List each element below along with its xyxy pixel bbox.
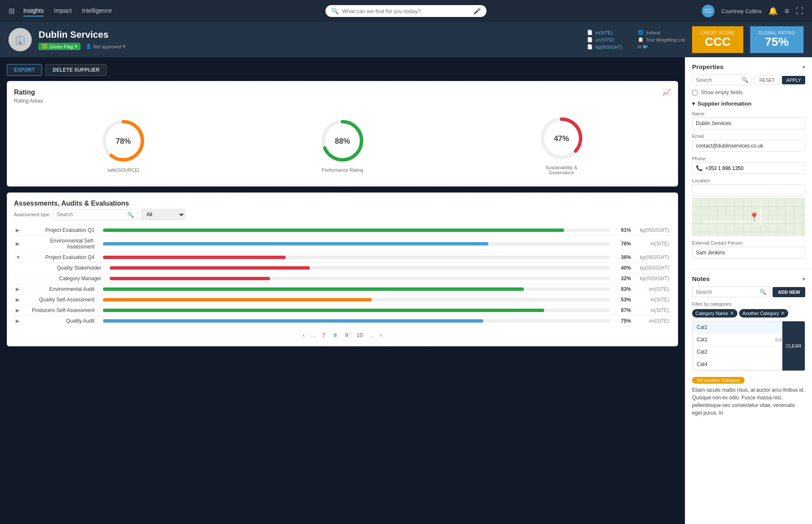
apply-button[interactable]: APPLY <box>782 76 805 84</box>
name-input[interactable] <box>692 117 805 129</box>
row-bar-container <box>103 242 610 245</box>
phone-label: Phone <box>692 156 805 161</box>
gauge-sublabel-2: Performance Rating <box>317 167 368 173</box>
phone-icon: 📞 <box>696 165 703 171</box>
approval-badge[interactable]: 👤 Not approved ▾ <box>86 44 125 49</box>
filter-tag-label: Another Category <box>742 311 779 316</box>
row-bar <box>103 309 544 312</box>
credit-score-label: CREDIT SCORE <box>701 31 735 35</box>
assessment-type-select[interactable]: All Audit Assessment Evaluation <box>141 209 185 220</box>
next-page-button[interactable]: › <box>378 331 384 339</box>
action-bar: EXPORT DELETE SUPPLIER <box>7 64 678 76</box>
row-toggle[interactable]: ▶ <box>16 318 22 324</box>
show-empty-checkbox[interactable] <box>692 90 698 95</box>
delete-supplier-button[interactable]: DELETE SUPPLIER <box>45 64 107 76</box>
green-flag-badge[interactable]: 🟩 Green Flag ▾ <box>39 43 81 50</box>
avatar: CC <box>702 5 715 17</box>
notes-collapse-button[interactable]: ▾ <box>802 276 805 282</box>
props-toolbar: 🔍 RESET APPLY <box>692 75 805 85</box>
row-source: in(SITE) <box>631 297 669 303</box>
clear-button[interactable]: CLEAR <box>782 321 805 371</box>
row-pct: 36% <box>614 254 631 260</box>
row-pct: 83% <box>614 286 631 292</box>
gauge-sublabel-3: Sustainability &Governance <box>536 165 587 175</box>
pagination: ‹ … 7 8 9 10 … › <box>14 331 671 339</box>
supplier-information-section: ▾ Supplier information Name Email Phone … <box>692 100 805 259</box>
row-toggle[interactable]: ▼ <box>16 254 22 260</box>
assessment-rows: ▶ Project Evaluation Q1 91% kp(INSIGHT) … <box>14 225 671 326</box>
row-toggle[interactable]: ▶ <box>16 297 22 303</box>
microphone-icon[interactable]: 🎤 <box>473 8 481 14</box>
row-bar <box>103 298 372 301</box>
assessment-search-row: Assessment type 🔍 All Audit Assessment E… <box>14 209 671 220</box>
rating-chart-icon[interactable]: 📈 <box>662 88 671 96</box>
remove-tag-category-name[interactable]: ✕ <box>730 310 734 316</box>
location-input[interactable] <box>692 184 805 196</box>
supplier-avatar: 🏢 <box>8 28 32 51</box>
filter-tag-category-name: Category Name ✕ <box>692 309 737 318</box>
global-search: 🔍 🎤 <box>325 5 487 17</box>
table-row: ▶ Producers Self-Assessment 87% in(SITE) <box>14 305 671 316</box>
supplier-info: Dublin Services 🟩 Green Flag ▾ 👤 Not app… <box>39 29 572 50</box>
filter-tag-another-category: Another Category ✕ <box>739 309 788 318</box>
row-name: Category Manager <box>29 276 106 282</box>
page-9-button[interactable]: 9 <box>342 331 350 339</box>
table-row: Quality Stakeholder 40% kp(INSIGHT) <box>14 263 671 273</box>
menu-icon[interactable]: ≡ <box>784 7 789 16</box>
row-toggle[interactable]: ▶ <box>16 227 22 233</box>
properties-collapse-button[interactable]: ▾ <box>802 64 805 70</box>
page-8-button[interactable]: 8 <box>331 331 339 339</box>
remove-tag-another-category[interactable]: ✕ <box>781 310 785 316</box>
assessment-search-input[interactable] <box>57 212 127 217</box>
email-input[interactable] <box>692 140 805 152</box>
row-bar-container <box>103 229 610 232</box>
row-source: on(SITE) <box>631 318 669 324</box>
phone-input[interactable] <box>705 165 801 171</box>
add-new-button[interactable]: ADD NEW <box>773 287 805 297</box>
notification-icon[interactable]: 🔔 <box>768 6 778 16</box>
page-7-button[interactable]: 7 <box>320 331 328 339</box>
page-10-button[interactable]: 10 <box>354 331 365 339</box>
supplier-header: 🏢 Dublin Services 🟩 Green Flag ▾ 👤 Not a… <box>0 22 812 57</box>
nav-link-intelligence[interactable]: Intelligence <box>82 6 112 17</box>
right-sidebar: Properties ▾ 🔍 RESET APPLY Show empty fi… <box>685 57 812 524</box>
table-row: ▶ Environmental Audit 83% on(SITE) <box>14 284 671 295</box>
external-contact-input[interactable] <box>692 247 805 259</box>
supplier-links: 📄in(SITE) 📄on(SITE) 📄kp(INSIGHT) <box>587 30 623 50</box>
export-button[interactable]: EXPORT <box>7 64 42 76</box>
row-toggle[interactable]: ▶ <box>16 286 22 292</box>
nav-link-impact[interactable]: Impact <box>54 6 72 17</box>
supplier-info-toggle[interactable]: ▾ Supplier information <box>692 100 805 107</box>
prev-page-button[interactable]: ‹ <box>300 331 307 339</box>
row-bar <box>103 287 524 291</box>
fullscreen-icon[interactable]: ⛶ <box>796 7 804 16</box>
notes-search-input[interactable] <box>696 289 759 295</box>
meta-weighting: 📋 Test Weighting List <box>638 37 685 42</box>
search-input[interactable] <box>342 8 470 14</box>
table-row: ▶ Quality Self-Assessment 53% in(SITE) <box>14 295 671 305</box>
assessment-type-label: Assessment type <box>14 212 50 217</box>
props-search-input[interactable] <box>696 77 742 83</box>
grid-icon[interactable]: ⊞ <box>8 6 15 16</box>
reset-button[interactable]: RESET <box>755 75 780 85</box>
row-name: Project Evaluation Q1 <box>22 227 99 233</box>
row-toggle[interactable]: ▶ <box>16 307 22 313</box>
properties-section-header: Properties ▾ <box>692 63 805 70</box>
row-pct: 53% <box>614 297 631 303</box>
row-name: Quality Audit <box>22 318 99 324</box>
map-road-h <box>704 221 783 222</box>
row-bar-container <box>103 319 610 323</box>
row-bar-container <box>103 298 610 301</box>
gauge-circle-3: 47% <box>538 115 585 162</box>
row-source: kp(INSIGHT) <box>631 265 669 271</box>
table-row: ▶ Quality Audit 75% on(SITE) <box>14 316 671 326</box>
row-toggle[interactable]: ▶ <box>16 241 22 247</box>
row-name: Environmental Audit <box>22 286 99 292</box>
row-source: in(SITE) <box>631 241 669 247</box>
gauge-sustainability: 47% Sustainability &Governance <box>536 115 587 175</box>
supplier-name-header: Dublin Services <box>39 29 572 40</box>
global-rating-box: GLOBAL RATING 75% <box>750 26 804 53</box>
nav-link-insights[interactable]: Insights <box>23 6 44 17</box>
row-bar <box>110 277 270 280</box>
credit-score-box: CREDIT SCORE CCC <box>692 26 743 53</box>
